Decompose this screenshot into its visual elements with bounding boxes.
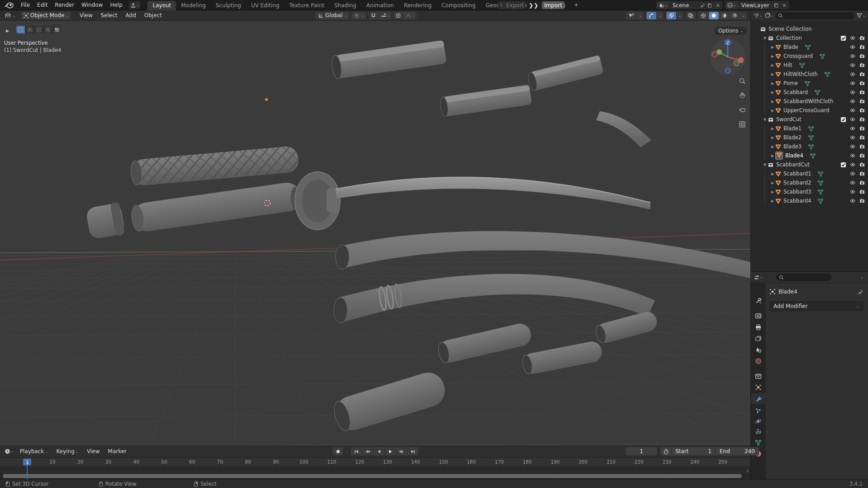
- 3d-viewport[interactable]: User Perspective (1) SwordCut | Blade4 ▶…: [0, 21, 750, 445]
- shading-material-button[interactable]: [719, 12, 730, 19]
- disclosure-right-icon[interactable]: ▶: [770, 63, 775, 67]
- properties-tab-scene[interactable]: [751, 344, 766, 355]
- outliner-row-scabbard3[interactable]: ▶Scabbard3: [751, 187, 868, 196]
- scrollbar-handle[interactable]: [3, 474, 742, 478]
- snap-toggle[interactable]: [369, 12, 379, 19]
- outliner-item-label[interactable]: Scene Collection: [768, 26, 812, 32]
- properties-tab-object[interactable]: [751, 382, 766, 393]
- eye-icon[interactable]: [849, 62, 856, 68]
- view-layer-name[interactable]: ViewLayer: [739, 2, 773, 9]
- eye-icon[interactable]: [849, 180, 856, 185]
- outliner-row-scabbardwithcloth[interactable]: ▶ScabbardWithCloth: [751, 97, 868, 106]
- show-overlays-toggle[interactable]: [666, 12, 677, 19]
- outliner-search[interactable]: [775, 12, 854, 19]
- outliner-item-label[interactable]: Blade2: [783, 134, 802, 141]
- workspace-tab-animation[interactable]: Animation: [361, 1, 399, 10]
- eye-icon[interactable]: [849, 189, 856, 194]
- camera-icon[interactable]: [859, 44, 865, 50]
- import-button[interactable]: Import: [542, 1, 564, 9]
- cursor-tool[interactable]: [52, 26, 61, 33]
- add-modifier-button[interactable]: Add Modifier ⌄: [769, 301, 863, 311]
- properties-tab-world[interactable]: [751, 355, 766, 366]
- outliner-row-scabbard4[interactable]: ▶Scabbard4: [751, 196, 868, 205]
- disclosure-down-icon[interactable]: ▼: [762, 118, 768, 122]
- outliner-row-uppercrossguard[interactable]: ▶UpperCrossGuard: [751, 106, 868, 115]
- shading-solid-button[interactable]: [709, 12, 719, 19]
- export-button[interactable]: Export: [498, 1, 526, 9]
- outliner-row-scabbard[interactable]: ▶Scabbard: [751, 88, 868, 97]
- eye-icon[interactable]: [849, 126, 856, 131]
- disclosure-right-icon[interactable]: ▶: [770, 199, 775, 203]
- disclosure-right-icon[interactable]: ▶: [770, 99, 775, 104]
- viewport-menu-select[interactable]: Select: [96, 11, 121, 19]
- menu-help[interactable]: Help: [106, 1, 126, 9]
- timeline-scrollbar[interactable]: [0, 473, 750, 479]
- app-template-button[interactable]: ⌄: [129, 1, 141, 9]
- chevron-down-icon[interactable]: ⌄: [860, 275, 863, 280]
- disclosure-right-icon[interactable]: ▶: [770, 181, 775, 185]
- pin-icon[interactable]: [699, 3, 706, 8]
- view-layer-selector[interactable]: ⌄ ViewLayer ✕: [725, 1, 789, 9]
- eye-icon[interactable]: [849, 53, 856, 59]
- outliner-row-collection[interactable]: ▼Collection: [751, 33, 868, 43]
- outliner-row-blade2[interactable]: ▶Blade2: [751, 133, 868, 142]
- snap-target-selector[interactable]: ⌄: [379, 12, 392, 19]
- disclosure-right-icon[interactable]: ▶: [770, 145, 775, 149]
- eye-icon[interactable]: [849, 108, 856, 113]
- menu-file[interactable]: File: [17, 1, 33, 9]
- camera-icon[interactable]: [859, 117, 865, 122]
- outliner-item-label[interactable]: Blade: [783, 44, 798, 50]
- play-button[interactable]: [385, 447, 396, 455]
- timeline-ruler[interactable]: 1020304050607080901001101201301401501601…: [0, 458, 750, 467]
- viewport-menu-object[interactable]: Object: [140, 11, 166, 19]
- breadcrumb-object-name[interactable]: Blade4: [778, 289, 797, 295]
- camera-icon[interactable]: [859, 81, 865, 86]
- editor-type-button[interactable]: ⌄: [2, 12, 18, 19]
- jump-to-end-button[interactable]: [408, 447, 418, 455]
- outliner-item-label[interactable]: Crossguard: [783, 53, 813, 59]
- collapse-region-arrow[interactable]: ‹: [746, 468, 749, 474]
- pan-hand-icon[interactable]: [737, 90, 747, 100]
- outliner-item-label[interactable]: SwordCut: [776, 116, 801, 123]
- end-frame-field[interactable]: End240: [716, 447, 759, 455]
- outliner-row-hiltwithcloth[interactable]: ▶HiltWithCloth: [751, 70, 868, 79]
- camera-icon[interactable]: [859, 126, 865, 131]
- workspace-tab-compositing[interactable]: Compositing: [436, 1, 480, 10]
- eye-icon[interactable]: [849, 99, 856, 104]
- workspace-tab-uv-editing[interactable]: UV Editing: [246, 1, 285, 10]
- chevron-down-icon[interactable]: ⌄: [677, 12, 683, 19]
- outliner-row-blade1[interactable]: ▶Blade1: [751, 124, 868, 133]
- eye-icon[interactable]: [849, 44, 856, 50]
- outliner-item-label[interactable]: Pome: [783, 80, 798, 86]
- properties-tab-modifiers[interactable]: [751, 393, 766, 404]
- outliner-row-scabbard2[interactable]: ▶Scabbard2: [751, 178, 868, 187]
- pin-icon[interactable]: [858, 289, 863, 295]
- start-frame-field[interactable]: Start1: [672, 447, 715, 455]
- disclosure-right-icon[interactable]: ▶: [770, 72, 775, 76]
- disclosure-right-icon[interactable]: ▶: [770, 127, 775, 131]
- outliner-row-blade3[interactable]: ▶Blade3: [751, 142, 868, 151]
- properties-tab-object-data[interactable]: [751, 437, 766, 448]
- disclosure-right-icon[interactable]: ▶: [770, 90, 775, 95]
- camera-icon[interactable]: [859, 99, 865, 104]
- xray-toggle[interactable]: [686, 12, 696, 19]
- chevron-down-icon[interactable]: ⌄: [740, 12, 747, 19]
- properties-tab-tool[interactable]: [751, 295, 766, 306]
- eye-icon[interactable]: [849, 144, 856, 149]
- workspace-tab-sculpting[interactable]: Sculpting: [211, 1, 246, 10]
- disclosure-right-icon[interactable]: ▶: [770, 154, 775, 158]
- eye-icon[interactable]: [849, 171, 856, 176]
- eye-icon[interactable]: [849, 71, 856, 77]
- checkbox-checked-icon[interactable]: [840, 117, 846, 123]
- display-mode-selector[interactable]: ⌄: [764, 13, 774, 19]
- camera-icon[interactable]: [859, 198, 865, 204]
- outliner-item-label[interactable]: Blade4: [785, 152, 803, 159]
- properties-tab-collection[interactable]: [751, 370, 766, 381]
- view-layer-icon[interactable]: ⌄: [725, 1, 739, 9]
- eye-icon[interactable]: [849, 135, 856, 140]
- disclosure-down-icon[interactable]: ▼: [762, 163, 768, 167]
- prev-keyframe-button[interactable]: [362, 447, 373, 455]
- mode-selector[interactable]: Object Mode ⌄: [21, 12, 71, 19]
- timeline-menu-view[interactable]: View: [83, 447, 104, 455]
- eye-icon[interactable]: [849, 90, 856, 95]
